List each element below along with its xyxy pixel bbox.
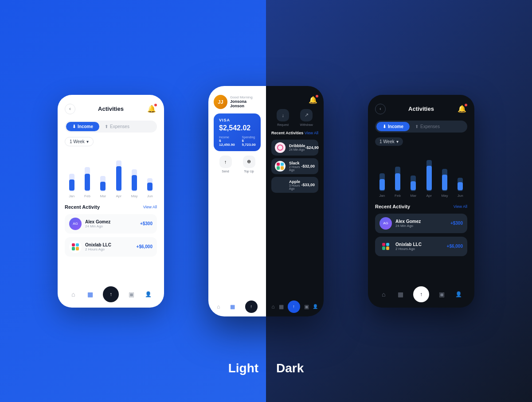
bar-apr: [112, 160, 125, 191]
bar-mar: [96, 176, 110, 191]
slack-info: Slack 2 Hours Ago: [289, 161, 301, 172]
dark-bar-mar: [407, 176, 420, 191]
avatar-onix-dark: [379, 240, 392, 253]
expenses-tab-dark[interactable]: ⬆ Expenses: [410, 122, 445, 131]
center-btn-middle-right[interactable]: ↑: [288, 301, 300, 313]
recent-item-slack: Slack 2 Hours Ago -$32,00: [271, 158, 318, 174]
dark-header: ‹ Activities 🔔: [375, 104, 467, 114]
send-icon: ↑: [219, 156, 232, 168]
dark-bar-feb: [391, 167, 404, 191]
income-label-card: Income: [219, 136, 235, 139]
chart-nav-dark[interactable]: ▦: [396, 290, 405, 299]
bar-feb: [80, 167, 94, 191]
bell-icon-middle-right[interactable]: 🔔: [308, 95, 318, 105]
phone-dark: ‹ Activities 🔔 ⬇ Income ⬆ Expenses 1 Wee…: [368, 95, 474, 308]
bell-icon-light[interactable]: 🔔: [146, 104, 157, 114]
profile-nav-middle-right[interactable]: 👤: [313, 304, 318, 309]
slack-time: 2 Hours Ago: [289, 165, 301, 172]
label-dark: Dark: [276, 361, 304, 375]
quick-actions-left: ↑ Send ⊕ Top Up: [214, 156, 261, 173]
activity-time-onix-light: 2 Hours Ago: [85, 247, 137, 251]
view-all-middle[interactable]: View All: [305, 131, 318, 135]
send-action[interactable]: ↑ Send: [219, 156, 232, 173]
chevron-down-icon: ▾: [86, 139, 89, 144]
view-all-dark[interactable]: View All: [454, 204, 467, 209]
recent-activities-title-middle: Recent Activities: [271, 131, 303, 135]
wallet-nav-middle-right[interactable]: ▣: [304, 304, 309, 310]
activity-time-alex-light: 24 Min Ago: [85, 224, 140, 228]
spending-value-card: $ 5,723.00: [242, 139, 256, 147]
bell-dot-dark: [465, 104, 467, 106]
avatar-alex-light: AG: [69, 218, 82, 230]
home-nav-middle-left[interactable]: ⌂: [217, 304, 220, 310]
dribbble-info: Dribbble 24 Min Ago: [289, 144, 305, 151]
card-stats: Income $ 12,450.90 Spending $ 5,723.00: [219, 136, 255, 147]
bar-jun: [143, 178, 157, 191]
dark-bar-may: [438, 169, 451, 191]
activity-info-alex-light: Alex Gomez 24 Min Ago: [85, 219, 140, 228]
activity-name-onix-dark: Onixlab LLC: [395, 242, 447, 247]
expenses-tab-light[interactable]: ⬆ Expenses: [99, 122, 135, 131]
back-button-light[interactable]: ‹: [65, 104, 75, 114]
income-tab-light[interactable]: ⬇ Income: [66, 122, 99, 131]
recent-activity-title-dark: Recent Activity: [375, 204, 410, 209]
phone-middle: JJ Good Morning Jonsona Jonson VISA $2,5…: [208, 86, 324, 316]
bell-icon-dark[interactable]: 🔔: [457, 104, 467, 114]
dark-bar-apr: [422, 160, 436, 191]
home-nav-light[interactable]: ⌂: [69, 290, 78, 299]
week-selector-dark[interactable]: 1 Week ▾: [375, 137, 403, 146]
chart-labels-dark: Jan Feb Mar Apr May Jun: [375, 194, 467, 198]
withdraw-action[interactable]: ↗ Withdraw: [300, 109, 313, 126]
wallet-nav-dark[interactable]: ▣: [437, 290, 446, 299]
user-avatar: JJ: [214, 95, 227, 109]
avatar-onix-light: [69, 241, 82, 253]
avatar-alex-dark: AG: [379, 217, 392, 230]
activity-item-alex-light: AG Alex Gomez 24 Min Ago +$300: [65, 214, 157, 234]
center-btn-middle-left[interactable]: ↑: [245, 301, 258, 313]
dribbble-icon: [275, 142, 286, 153]
center-btn-dark[interactable]: ↑: [413, 286, 429, 302]
activity-info-onix-dark: Onixlab LLC 2 Hours Ago: [395, 242, 447, 251]
middle-greeting: JJ Good Morning Jonsona Jonson: [214, 95, 261, 109]
chart-nav-light[interactable]: ▦: [86, 290, 95, 299]
expenses-icon-dark: ⬆: [415, 124, 419, 129]
request-action[interactable]: ↓ Request: [277, 109, 289, 126]
profile-nav-dark[interactable]: 👤: [454, 290, 463, 299]
income-tab-dark[interactable]: ⬇ Income: [376, 122, 410, 131]
withdraw-label: Withdraw: [300, 123, 313, 126]
chart-nav-middle-left[interactable]: ▦: [230, 304, 235, 310]
back-button-dark[interactable]: ‹: [375, 104, 386, 114]
activity-amount-onix-dark: +$6,000: [447, 244, 463, 249]
dark-bar-jun: [454, 178, 467, 191]
profile-nav-light[interactable]: 👤: [144, 290, 153, 299]
slack-icon-middle: [275, 161, 286, 172]
phone-light: ‹ Activities 🔔 ⬇ Income ⬆ Expenses 1 Wee…: [58, 95, 164, 308]
week-selector-light[interactable]: 1 Week ▾: [65, 137, 94, 146]
bar-jan: [65, 174, 78, 191]
topup-action[interactable]: ⊕ Top Up: [243, 156, 255, 173]
dribbble-time: 24 Min Ago: [289, 148, 305, 151]
home-nav-middle-right[interactable]: ⌂: [271, 304, 274, 310]
home-nav-dark[interactable]: ⌂: [379, 290, 388, 299]
dribbble-amount: -$24,90: [305, 145, 319, 150]
slack-amount: -$32,00: [301, 164, 315, 168]
bar-may: [127, 169, 141, 191]
activity-item-alex-dark: AG Alex Gomez 24 Min Ago +$300: [375, 214, 467, 233]
income-icon: ⬇: [72, 124, 76, 129]
bell-dot-light: [154, 104, 157, 106]
income-value-card: $ 12,450.90: [219, 139, 235, 147]
card-balance: $2,542.02: [219, 124, 255, 132]
withdraw-icon: ↗: [300, 109, 313, 121]
chart-nav-middle-right[interactable]: ▦: [279, 304, 284, 310]
view-all-light[interactable]: View All: [143, 205, 157, 209]
activity-info-alex-dark: Alex Gomez 24 Min Ago: [395, 219, 450, 228]
bottom-nav-dark: ⌂ ▦ ↑ ▣ 👤: [368, 286, 474, 302]
wallet-nav-light[interactable]: ▣: [127, 290, 136, 299]
center-btn-light[interactable]: ↑: [103, 286, 119, 302]
activity-time-onix-dark: 2 Hours Ago: [395, 247, 447, 251]
topup-icon: ⊕: [243, 156, 255, 168]
recent-activity-header-dark: Recent Activity View All: [375, 204, 467, 209]
activity-name-onix-light: Onixlab LLC: [85, 242, 137, 247]
light-chart: [65, 152, 157, 191]
apple-icon-middle: [275, 180, 286, 190]
